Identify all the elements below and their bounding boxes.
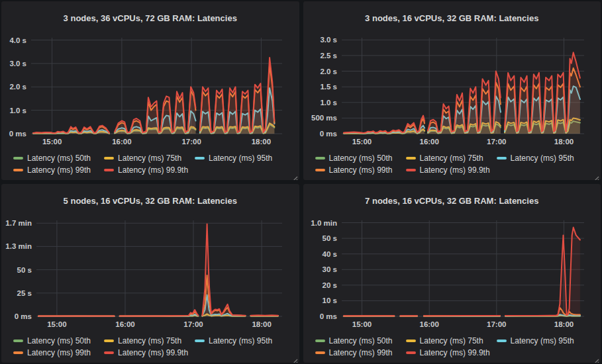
series-swatch-red (406, 169, 416, 171)
legend-item-50th[interactable]: Latency (ms) 50th (13, 336, 91, 345)
graph-legend: Latency (ms) 50th Latency (ms) 75th Late… (303, 150, 601, 180)
series-swatch-cyan (195, 157, 205, 159)
svg-text:2.0 s: 2.0 s (9, 83, 26, 91)
svg-text:2.5 s: 2.5 s (320, 51, 337, 59)
legend-label: Latency (ms) 99th (329, 348, 393, 357)
legend-item-99th[interactable]: Latency (ms) 99th (13, 348, 91, 357)
panel-resize-handle-icon[interactable] (292, 173, 298, 179)
legend-item-95th[interactable]: Latency (ms) 95th (195, 154, 272, 163)
panel-resize-handle-icon[interactable] (593, 355, 599, 361)
legend-label: Latency (ms) 50th (329, 154, 393, 163)
legend-item-999th[interactable]: Latency (ms) 99.9th (104, 348, 188, 357)
legend-label: Latency (ms) 99th (27, 348, 91, 357)
panel-title: 3 nodes, 16 vCPUs, 32 GB RAM: Latencies (303, 9, 601, 24)
legend-item-50th[interactable]: Latency (ms) 50th (13, 154, 91, 163)
legend-label: Latency (ms) 99.9th (420, 165, 490, 175)
legend-item-75th[interactable]: Latency (ms) 75th (104, 154, 181, 163)
svg-text:1.0 s: 1.0 s (320, 98, 337, 106)
svg-text:40 s: 40 s (322, 250, 336, 257)
graph-legend: Latency (ms) 50th Latency (ms) 75th Late… (1, 332, 299, 363)
svg-text:18:00: 18:00 (252, 320, 271, 328)
latency-graph[interactable]: 0 ms10 s20 s30 s40 s50 s1.0 min15:0016:0… (303, 214, 601, 332)
series-swatch-cyan (497, 157, 507, 159)
legend-label: Latency (ms) 75th (420, 154, 483, 163)
legend-item-999th[interactable]: Latency (ms) 99.9th (104, 165, 188, 175)
svg-text:18:00: 18:00 (252, 138, 271, 146)
svg-text:17:00: 17:00 (181, 138, 201, 146)
panel-title: 5 nodes, 16 vCPUs, 32 GB RAM: Latencies (1, 191, 299, 206)
svg-text:16:00: 16:00 (419, 138, 438, 146)
svg-text:1.0 min: 1.0 min (311, 218, 337, 226)
svg-text:3.0 s: 3.0 s (320, 36, 337, 44)
legend-item-50th[interactable]: Latency (ms) 50th (315, 336, 393, 345)
legend-item-999th[interactable]: Latency (ms) 99.9th (406, 165, 490, 175)
legend-item-75th[interactable]: Latency (ms) 75th (406, 336, 483, 345)
latency-graph[interactable]: 0 ms500 ms1.0 s1.5 s2.0 s2.5 s3.0 s15:00… (303, 31, 601, 150)
series-swatch-red (406, 351, 416, 354)
series-swatch-yellow (104, 157, 114, 159)
series-swatch-yellow (406, 340, 416, 342)
legend-label: Latency (ms) 99.9th (420, 348, 490, 357)
legend-label: Latency (ms) 75th (118, 154, 181, 163)
legend-label: Latency (ms) 75th (118, 336, 181, 345)
panel-resize-handle-icon[interactable] (593, 173, 599, 179)
svg-text:500 ms: 500 ms (311, 114, 336, 122)
panel-title: 3 nodes, 36 vCPUs, 72 GB RAM: Latencies (1, 9, 299, 24)
series-swatch-red (104, 351, 114, 354)
legend-item-95th[interactable]: Latency (ms) 95th (497, 154, 574, 163)
panel-7-nodes-16-vcpus: 7 nodes, 16 vCPUs, 32 GB RAM: Latencies … (303, 184, 601, 363)
legend-label: Latency (ms) 99.9th (118, 165, 188, 175)
legend-item-75th[interactable]: Latency (ms) 75th (406, 154, 483, 163)
svg-text:1.0 s: 1.0 s (9, 106, 26, 114)
svg-text:18:00: 18:00 (554, 320, 573, 328)
panel-title: 7 nodes, 16 vCPUs, 32 GB RAM: Latencies (303, 191, 601, 206)
svg-text:0 ms: 0 ms (319, 130, 336, 138)
series-swatch-green (315, 340, 325, 342)
legend-item-99th[interactable]: Latency (ms) 99th (315, 165, 393, 175)
graph-canvas[interactable]: 0 ms500 ms1.0 s1.5 s2.0 s2.5 s3.0 s15:00… (303, 31, 601, 150)
series-swatch-orange (315, 351, 325, 354)
legend-label: Latency (ms) 99th (27, 165, 91, 175)
svg-text:16:00: 16:00 (419, 320, 438, 328)
svg-text:17:00: 17:00 (487, 138, 506, 146)
latency-graph[interactable]: 0 ms25 s50 s1.3 min1.7 min15:0016:0017:0… (1, 214, 299, 332)
svg-text:15:00: 15:00 (352, 320, 371, 328)
svg-text:16:00: 16:00 (115, 320, 134, 328)
graph-legend: Latency (ms) 50th Latency (ms) 75th Late… (303, 332, 601, 363)
series-swatch-green (13, 340, 23, 342)
svg-text:10 s: 10 s (322, 296, 336, 304)
graph-legend: Latency (ms) 50th Latency (ms) 75th Late… (1, 150, 299, 180)
panel-resize-handle-icon[interactable] (292, 355, 298, 361)
series-swatch-cyan (195, 340, 205, 342)
graph-canvas[interactable]: 0 ms10 s20 s30 s40 s50 s1.0 min15:0016:0… (303, 214, 601, 332)
legend-item-99th[interactable]: Latency (ms) 99th (13, 165, 91, 175)
legend-item-50th[interactable]: Latency (ms) 50th (315, 154, 393, 163)
legend-label: Latency (ms) 99th (329, 165, 393, 175)
legend-label: Latency (ms) 50th (329, 336, 393, 345)
latency-graph[interactable]: 0 ms1.0 s2.0 s3.0 s4.0 s15:0016:0017:001… (1, 31, 299, 150)
legend-item-95th[interactable]: Latency (ms) 95th (195, 336, 272, 345)
legend-item-999th[interactable]: Latency (ms) 99.9th (406, 348, 490, 357)
legend-item-99th[interactable]: Latency (ms) 99th (315, 348, 393, 357)
graph-canvas[interactable]: 0 ms25 s50 s1.3 min1.7 min15:0016:0017:0… (1, 214, 299, 332)
legend-item-95th[interactable]: Latency (ms) 95th (497, 336, 574, 345)
series-swatch-green (315, 157, 325, 159)
svg-text:50 s: 50 s (17, 265, 32, 273)
svg-text:17:00: 17:00 (183, 320, 203, 328)
svg-text:50 s: 50 s (322, 234, 336, 242)
series-swatch-orange (315, 169, 325, 171)
svg-text:0 ms: 0 ms (319, 312, 336, 320)
svg-text:1.5 s: 1.5 s (320, 83, 337, 91)
svg-text:4.0 s: 4.0 s (9, 36, 26, 44)
legend-item-75th[interactable]: Latency (ms) 75th (104, 336, 181, 345)
svg-text:25 s: 25 s (17, 289, 32, 296)
graph-canvas[interactable]: 0 ms1.0 s2.0 s3.0 s4.0 s15:0016:0017:001… (1, 31, 299, 150)
panel-3-nodes-36-vcpus: 3 nodes, 36 vCPUs, 72 GB RAM: Latencies … (1, 1, 299, 180)
legend-label: Latency (ms) 95th (511, 336, 574, 345)
series-swatch-orange (13, 351, 23, 354)
panel-3-nodes-16-vcpus: 3 nodes, 16 vCPUs, 32 GB RAM: Latencies … (303, 1, 601, 180)
legend-label: Latency (ms) 95th (511, 154, 574, 163)
legend-label: Latency (ms) 99.9th (118, 348, 188, 357)
svg-text:20 s: 20 s (322, 281, 336, 289)
series-swatch-yellow (406, 157, 416, 159)
